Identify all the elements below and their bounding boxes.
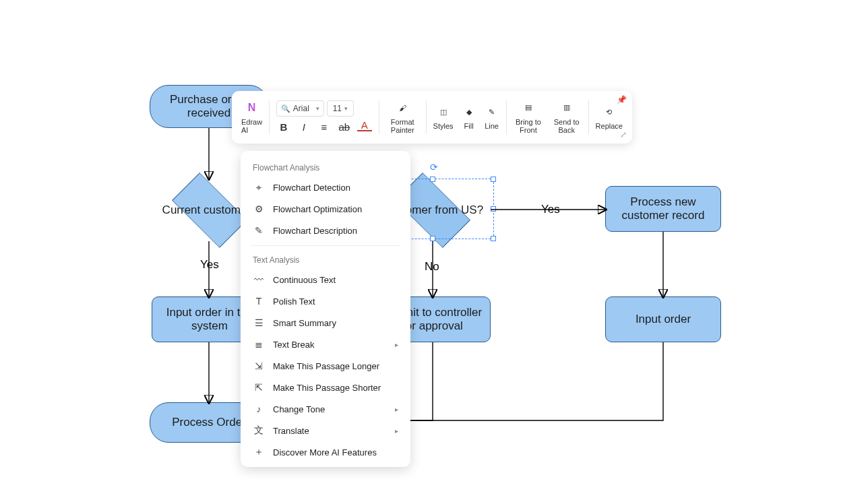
font-size: 11 <box>333 104 342 113</box>
menu-label: Change Tone <box>273 404 325 414</box>
button-label: Fill <box>464 122 474 130</box>
expand-icon[interactable]: ⤢ <box>620 130 627 139</box>
connectors <box>0 0 866 504</box>
menu-label: Text Break <box>273 340 314 350</box>
shorter-icon: ⇱ <box>253 381 265 393</box>
chevron-right-icon: ▸ <box>395 427 398 435</box>
button-label: Edraw AI <box>241 118 262 134</box>
strikethrough-button[interactable]: ab <box>337 119 352 134</box>
bold-button[interactable]: B <box>276 119 291 134</box>
styles-button[interactable]: ◫ Styles <box>433 104 454 130</box>
format-painter-button[interactable]: 🖌 Format Painter <box>386 100 419 134</box>
section-title: Text Analysis <box>241 250 410 269</box>
menu-text-break[interactable]: ≣ Text Break ▸ <box>241 334 410 355</box>
menu-label: Make This Passage Shorter <box>273 383 381 393</box>
continuous-text-icon: 〰 <box>253 274 265 286</box>
replace-icon: ⟲ <box>602 104 617 119</box>
send-to-back-button[interactable]: ▥ Send to Back <box>552 100 582 134</box>
button-label: Line <box>485 122 499 130</box>
pin-icon[interactable]: 📌 <box>617 95 627 104</box>
chevron-right-icon: ▸ <box>395 341 398 348</box>
flowchart-canvas[interactable]: Purchase order received Current customer… <box>0 0 866 504</box>
separator <box>506 100 507 134</box>
separator <box>426 100 427 134</box>
font-color-button[interactable]: A <box>357 119 372 131</box>
menu-label: Continuous Text <box>273 275 336 285</box>
chevron-down-icon: ▾ <box>344 105 348 112</box>
menu-smart-summary[interactable]: ☰ Smart Summary <box>241 312 410 334</box>
section-title: Flowchart Analysis <box>241 158 410 177</box>
menu-label: Flowchart Detection <box>273 183 350 193</box>
translate-icon: 文 <box>253 424 265 437</box>
line-icon: ✎ <box>485 104 499 119</box>
fill-icon: ◆ <box>462 104 476 119</box>
menu-label: Discover More AI Features <box>273 447 377 458</box>
button-label: Styles <box>433 122 454 130</box>
optimization-icon: ⚙ <box>253 203 265 215</box>
font-family-select[interactable]: 🔍 Arial ▾ <box>276 100 324 117</box>
polish-icon: T <box>253 295 265 307</box>
floating-toolbar: 📌 ⤢ N Edraw AI 🔍 Arial ▾ 11 ▾ B I ≡ ab A <box>232 91 632 144</box>
menu-label: Flowchart Optimization <box>273 204 362 214</box>
menu-flowchart-detection[interactable]: ⌖ Flowchart Detection <box>241 177 410 198</box>
refresh-icon[interactable]: ⟳ <box>430 162 441 172</box>
menu-label: Make This Passage Longer <box>273 361 379 371</box>
tone-icon: ♪ <box>253 403 265 415</box>
button-label: Replace <box>596 122 623 130</box>
chevron-down-icon: ▾ <box>316 105 319 112</box>
ai-panel: Flowchart Analysis ⌖ Flowchart Detection… <box>241 151 410 467</box>
separator <box>269 100 270 134</box>
replace-button[interactable]: ⟲ Replace <box>596 104 623 130</box>
menu-discover-more[interactable]: ＋ Discover More AI Features <box>241 441 410 463</box>
menu-flowchart-description[interactable]: ✎ Flowchart Description <box>241 220 410 241</box>
fill-button[interactable]: ◆ Fill <box>462 104 476 130</box>
menu-change-tone[interactable]: ♪ Change Tone ▸ <box>241 398 410 420</box>
button-label: Format Painter <box>386 118 419 134</box>
ai-logo-icon: N <box>245 100 259 115</box>
align-button[interactable]: ≡ <box>317 119 332 134</box>
edraw-ai-button[interactable]: N Edraw AI <box>241 100 262 134</box>
font-name: Arial <box>293 104 309 113</box>
detection-icon: ⌖ <box>253 181 265 193</box>
divider <box>250 245 401 246</box>
menu-make-shorter[interactable]: ⇱ Make This Passage Shorter <box>241 377 410 398</box>
menu-label: Polish Text <box>273 296 315 307</box>
separator <box>379 100 379 134</box>
menu-continuous-text[interactable]: 〰 Continuous Text <box>241 269 410 290</box>
menu-label: Translate <box>273 426 309 436</box>
send-back-icon: ▥ <box>559 100 574 115</box>
menu-translate[interactable]: 文 Translate ▸ <box>241 420 410 441</box>
menu-label: Smart Summary <box>273 318 336 328</box>
font-size-select[interactable]: 11 ▾ <box>327 100 354 117</box>
longer-icon: ⇲ <box>253 360 265 372</box>
menu-make-longer[interactable]: ⇲ Make This Passage Longer <box>241 355 410 377</box>
bring-to-front-button[interactable]: ▤ Bring to Front <box>513 100 543 134</box>
menu-polish-text[interactable]: T Polish Text <box>241 290 410 312</box>
button-label: Bring to Front <box>513 118 543 134</box>
menu-flowchart-optimization[interactable]: ⚙ Flowchart Optimization <box>241 198 410 220</box>
line-button[interactable]: ✎ Line <box>485 104 499 130</box>
button-label: Send to Back <box>552 118 582 134</box>
plus-icon: ＋ <box>253 446 265 458</box>
text-break-icon: ≣ <box>253 338 265 350</box>
italic-button[interactable]: I <box>297 119 311 134</box>
search-icon: 🔍 <box>281 104 290 113</box>
menu-label: Flowchart Description <box>273 226 357 236</box>
summary-icon: ☰ <box>253 317 265 329</box>
bring-front-icon: ▤ <box>521 100 536 115</box>
paintbrush-icon: 🖌 <box>395 100 410 115</box>
separator <box>588 100 589 134</box>
description-icon: ✎ <box>253 224 265 237</box>
chevron-right-icon: ▸ <box>395 406 398 413</box>
styles-icon: ◫ <box>436 104 451 119</box>
